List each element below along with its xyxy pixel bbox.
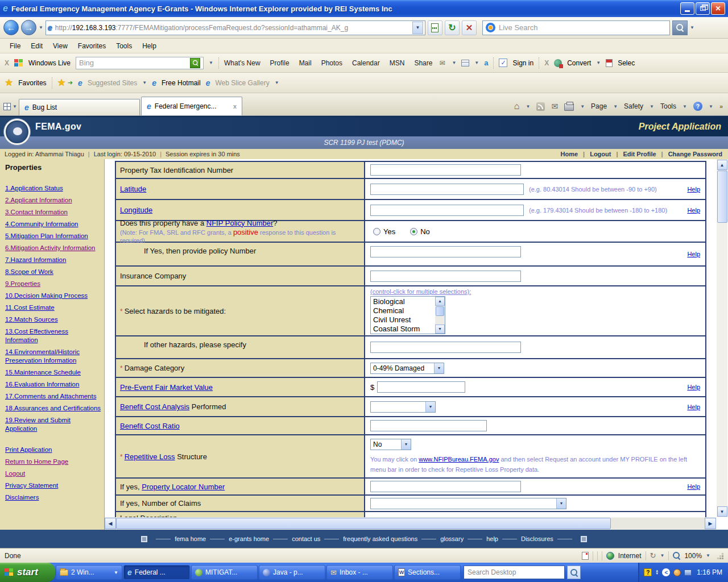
suggested-sites-button[interactable]: Suggested Sites	[88, 79, 137, 87]
property-locator-link[interactable]: Property Locator Number	[142, 483, 225, 491]
footer-link[interactable]: Disclosures	[521, 535, 553, 542]
tray-expand-icon[interactable]: ▲▼	[655, 569, 659, 575]
change-password-link[interactable]: Change Password	[667, 151, 723, 157]
favorites-button[interactable]: Favorites	[18, 79, 46, 87]
sidebar-action-link[interactable]: Print Application	[5, 446, 52, 453]
pre-event-value-input[interactable]	[377, 381, 465, 393]
live-toolbar-link[interactable]: MSN	[390, 59, 405, 67]
dropdown-icon[interactable]: ▼	[613, 104, 618, 109]
edit-profile-link[interactable]: Edit Profile	[622, 151, 657, 157]
bca-performed-select[interactable]: ▼	[370, 401, 436, 413]
dropdown-icon[interactable]: ▼	[650, 104, 654, 109]
toolbar-close-icon[interactable]: X	[5, 59, 9, 67]
radio-no-icon[interactable]	[410, 228, 417, 235]
sidebar-nav-link[interactable]: 8.Scope of Work	[5, 268, 53, 275]
hazard-option[interactable]: Coastal Storm	[373, 325, 435, 334]
sidebar-nav-item[interactable]: 7.Hazard Information	[5, 256, 102, 264]
number-of-claims-select[interactable]: ▼	[370, 498, 566, 509]
sidebar-action-item[interactable]: Privacy Statement	[5, 481, 102, 490]
policy-number-help-link[interactable]: Help	[687, 251, 700, 257]
search-button[interactable]	[672, 20, 688, 35]
menu-item[interactable]: Tools	[111, 40, 137, 52]
rss-feed-icon[interactable]	[536, 102, 545, 111]
tray-help-icon[interactable]: ?	[644, 568, 652, 576]
longitude-input[interactable]	[370, 205, 524, 216]
scroll-thumb[interactable]	[116, 518, 611, 529]
hazard-option[interactable]: Civil Unrest	[373, 315, 435, 325]
nfip-yes-option[interactable]: Yes	[373, 227, 395, 236]
sidebar-nav-item[interactable]: 1.Application Status	[5, 184, 102, 193]
sidebar-action-item[interactable]: Logout	[5, 469, 102, 478]
stop-button[interactable]: ✕	[462, 20, 477, 35]
free-hotmail-link[interactable]: Free Hotmail	[162, 79, 201, 87]
scroll-left-icon[interactable]: ◀	[105, 518, 116, 529]
zoom-dropdown-icon[interactable]: ▼	[706, 553, 710, 558]
benefit-cost-ratio-link[interactable]: Benefit Cost Ratio	[120, 422, 180, 430]
other-hazards-input[interactable]	[370, 342, 521, 353]
bing-search-button[interactable]	[190, 58, 200, 68]
search-desktop-button[interactable]	[567, 566, 581, 579]
dropdown-icon[interactable]: ▼	[660, 553, 664, 558]
sidebar-nav-link[interactable]: 14.Environmental/Historic Preservation I…	[5, 348, 80, 364]
refresh-button[interactable]: ↻	[445, 20, 460, 35]
radio-yes-icon[interactable]	[373, 228, 380, 235]
sidebar-action-item[interactable]: Print Application	[5, 446, 102, 454]
mail-map-icon[interactable]: ✉	[437, 59, 446, 68]
tab-close-icon[interactable]: x	[233, 103, 237, 110]
toolbar-close-icon[interactable]: X	[544, 59, 549, 67]
sidebar-nav-link[interactable]: 9.Properties	[5, 280, 40, 287]
longitude-label-link[interactable]: Longitude	[120, 206, 152, 214]
sidebar-nav-item[interactable]: 17.Comments and Attachments	[5, 392, 102, 401]
bing-search-input[interactable]: Bing	[76, 57, 204, 69]
translate-icon[interactable]: a	[484, 59, 488, 67]
help-icon[interactable]: ?	[693, 102, 702, 111]
repetitive-loss-link[interactable]: Repetitive Loss	[125, 452, 175, 461]
select-arrow-icon[interactable]: ▼	[425, 402, 435, 412]
taskbar-button-java[interactable]: Java - p...	[259, 565, 325, 580]
benefit-cost-ratio-input[interactable]	[370, 420, 487, 431]
home-link[interactable]: Home	[560, 151, 580, 157]
scroll-thumb[interactable]	[436, 306, 444, 316]
sidebar-nav-link[interactable]: 6.Mitigation Activity Information	[5, 244, 96, 251]
sidebar-nav-item[interactable]: 6.Mitigation Activity Information	[5, 244, 102, 252]
dropdown-icon[interactable]: ▼	[709, 104, 713, 109]
taskbar-button-inbox[interactable]: ✉ Inbox - ...	[326, 565, 393, 580]
live-toolbar-link[interactable]: What's New	[224, 59, 260, 67]
bing-dropdown-icon[interactable]: ▼	[209, 60, 213, 65]
page-menu-button[interactable]: Page	[591, 102, 607, 110]
back-button[interactable]: ←	[3, 20, 19, 35]
address-input[interactable]: e http://192.168.3.193:7777/FEMAMitigati…	[46, 20, 425, 35]
sidebar-nav-link[interactable]: 10.Decision Making Process	[5, 292, 88, 299]
sidebar-nav-link[interactable]: 2.Applicant Information	[5, 197, 72, 203]
sidebar-nav-item[interactable]: 2.Applicant Information	[5, 196, 102, 205]
dropdown-icon[interactable]: ▼	[275, 80, 279, 85]
pre-event-help-link[interactable]: Help	[687, 384, 700, 390]
bca-help-link[interactable]: Help	[687, 404, 700, 410]
print-icon[interactable]	[564, 103, 574, 111]
nfip-policy-number-link[interactable]: NFIP Policy Number	[206, 219, 274, 227]
sidebar-nav-item[interactable]: 9.Properties	[5, 280, 102, 288]
forward-button[interactable]: →	[21, 20, 36, 35]
benefit-cost-analysis-link[interactable]: Benefit Cost Analysis	[120, 402, 189, 411]
dropdown-icon[interactable]: ▼	[142, 80, 147, 85]
sidebar-nav-item[interactable]: 11.Cost Estimate	[5, 304, 102, 312]
tab-federal-emergency[interactable]: e Federal Emergenc... x	[141, 97, 242, 115]
read-mail-icon[interactable]: ✉	[551, 102, 558, 111]
sidebar-nav-item[interactable]: 10.Decision Making Process	[5, 292, 102, 300]
scroll-thumb[interactable]	[717, 171, 727, 223]
restore-button[interactable]	[696, 2, 710, 15]
horizontal-scrollbar[interactable]: ◀ ▶	[105, 517, 716, 530]
sidebar-nav-link[interactable]: 17.Comments and Attachments	[5, 393, 96, 400]
quick-tabs-button[interactable]: ▼	[2, 98, 19, 114]
pre-event-value-link[interactable]: Pre-Event Fair Market Value	[120, 383, 213, 392]
latitude-input[interactable]	[370, 184, 524, 195]
address-dropdown-button[interactable]: ▼	[412, 22, 423, 34]
protected-mode-icon[interactable]: ↻	[650, 551, 656, 560]
scroll-up-icon[interactable]: ▲	[717, 160, 727, 170]
footer-link[interactable]: contact us	[292, 535, 320, 542]
sidebar-nav-item[interactable]: 19.Review and Submit Application	[5, 416, 102, 433]
taskbar-button-federal[interactable]: e Federal ...	[123, 565, 190, 580]
search-desktop-input[interactable]: Search Desktop	[464, 566, 565, 579]
tab-bug-list[interactable]: e Bug List	[19, 99, 140, 115]
property-locator-input[interactable]	[370, 481, 521, 492]
